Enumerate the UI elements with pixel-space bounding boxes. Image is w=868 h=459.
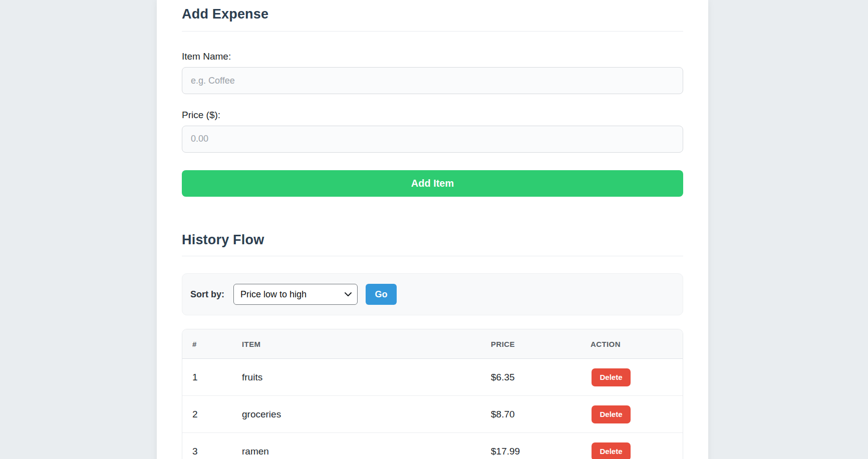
row-index-cell: 3: [182, 433, 232, 459]
price-label: Price ($):: [182, 109, 683, 121]
table-row: 2 groceries $8.70 Delete: [182, 396, 683, 433]
delete-button[interactable]: Delete: [592, 368, 631, 386]
sort-select-wrapper: Price low to high: [233, 284, 358, 305]
row-action-cell: Delete: [581, 396, 683, 433]
row-price-cell: $8.70: [481, 396, 581, 433]
sort-by-label: Sort by:: [190, 289, 224, 300]
row-index-cell: 2: [182, 396, 232, 433]
expense-app-panel: Add Expense Item Name: Price ($): Add It…: [157, 0, 708, 459]
divider: [182, 256, 683, 256]
history-table-container: # ITEM PRICE ACTION 1 fruits $6.35 Delet…: [182, 329, 683, 459]
add-expense-heading: Add Expense: [182, 6, 683, 22]
item-name-input[interactable]: [182, 67, 683, 94]
column-header-action: ACTION: [581, 329, 683, 359]
sort-panel: Sort by: Price low to high Go: [182, 273, 683, 315]
divider: [182, 31, 683, 32]
history-flow-heading: History Flow: [182, 232, 683, 248]
table-header-row: # ITEM PRICE ACTION: [182, 329, 683, 359]
price-input[interactable]: [182, 126, 683, 153]
row-index-cell: 1: [182, 359, 232, 396]
column-header-item: ITEM: [232, 329, 481, 359]
row-item-cell: fruits: [232, 359, 481, 396]
row-action-cell: Delete: [581, 433, 683, 459]
table-row: 3 ramen $17.99 Delete: [182, 433, 683, 459]
column-header-price: PRICE: [481, 329, 581, 359]
history-table: # ITEM PRICE ACTION 1 fruits $6.35 Delet…: [182, 329, 683, 459]
row-price-cell: $17.99: [481, 433, 581, 459]
column-header-index: #: [182, 329, 232, 359]
row-price-cell: $6.35: [481, 359, 581, 396]
item-name-label: Item Name:: [182, 51, 683, 63]
row-action-cell: Delete: [581, 359, 683, 396]
row-item-cell: groceries: [232, 396, 481, 433]
sort-select[interactable]: Price low to high: [233, 284, 358, 305]
delete-button[interactable]: Delete: [592, 405, 631, 423]
add-item-button[interactable]: Add Item: [182, 170, 683, 197]
go-button[interactable]: Go: [366, 284, 397, 305]
table-row: 1 fruits $6.35 Delete: [182, 359, 683, 396]
page-background: Add Expense Item Name: Price ($): Add It…: [0, 0, 868, 459]
delete-button[interactable]: Delete: [592, 442, 631, 459]
row-item-cell: ramen: [232, 433, 481, 459]
